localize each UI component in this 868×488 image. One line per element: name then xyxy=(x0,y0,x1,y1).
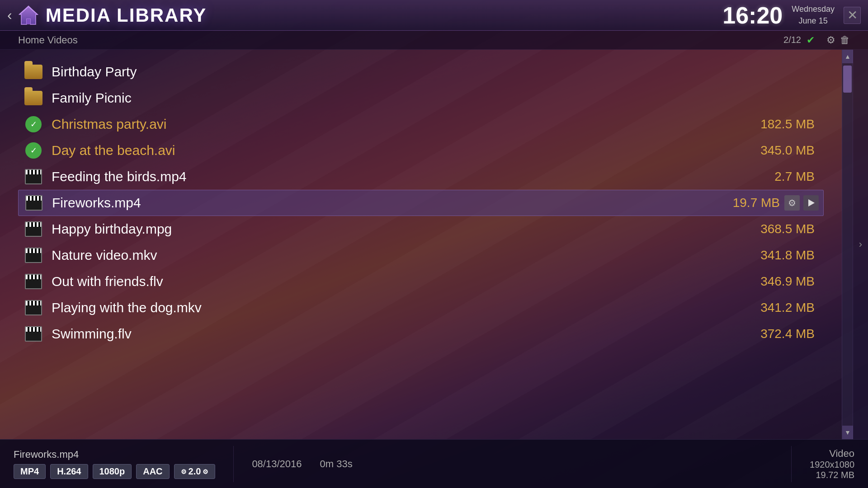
file-list: Birthday Party Family Picnic ✓ Christmas… xyxy=(0,50,842,439)
list-item[interactable]: Swimming.flv 372.4 MB xyxy=(18,321,824,347)
list-item[interactable]: Nature video.mkv 341.8 MB xyxy=(18,242,824,268)
divider xyxy=(791,446,792,482)
channels-tag: ⚙ 2.0 ⚙ xyxy=(174,464,216,479)
list-item[interactable]: Out with friends.flv 346.9 MB xyxy=(18,268,824,295)
date-display: Wednesday June 15 xyxy=(792,4,835,26)
right-arrow-button[interactable]: › xyxy=(853,50,868,439)
video-file-icon xyxy=(23,220,44,238)
list-item[interactable]: Family Picnic xyxy=(18,85,824,111)
subheader: Home Videos 2/12 ✔ ⚙ 🗑 xyxy=(0,31,868,50)
scrollbar-thumb[interactable] xyxy=(843,66,852,93)
quality-tag: 1080p xyxy=(93,464,132,479)
list-item[interactable]: Fireworks.mp4 19.7 MB ⚙ xyxy=(18,190,824,216)
item-size: 341.8 MB xyxy=(760,248,815,263)
video-file-icon xyxy=(23,168,44,186)
item-name: Christmas party.avi xyxy=(52,117,760,132)
file-details: Video 868x488 19.72 MB xyxy=(810,448,854,480)
header: ‹ MEDIA LIBRARY 16:20 Wednesday June 15 xyxy=(0,0,868,31)
file-resolution: 868x488 xyxy=(810,460,854,470)
list-item[interactable]: ✓ Day at the beach.avi 345.0 MB xyxy=(18,137,824,164)
main-content: Birthday Party Family Picnic ✓ Christmas… xyxy=(0,50,868,439)
item-name: Playing with the dog.mkv xyxy=(52,300,760,315)
folder-icon xyxy=(23,89,44,107)
video-file-icon xyxy=(23,194,45,212)
page-title: MEDIA LIBRARY xyxy=(46,5,723,26)
trash-icon[interactable]: 🗑 xyxy=(840,34,850,46)
folder-icon xyxy=(23,63,44,81)
list-item[interactable]: Playing with the dog.mkv 341.2 MB xyxy=(18,295,824,321)
scroll-up-button[interactable]: ▲ xyxy=(842,50,853,63)
clock: 16:20 xyxy=(722,2,783,29)
file-size-detail: 19.72 MB xyxy=(810,470,854,480)
watched-icon: ✓ xyxy=(23,141,44,160)
item-name: Feeding the birds.mp4 xyxy=(52,169,774,184)
item-name: Birthday Party xyxy=(52,64,819,80)
item-size: 372.4 MB xyxy=(760,327,815,341)
item-name: Happy birthday.mpg xyxy=(52,221,760,237)
item-size: 345.0 MB xyxy=(760,143,815,158)
svg-rect-1 xyxy=(27,19,30,24)
list-item[interactable]: ✓ Christmas party.avi 182.5 MB xyxy=(18,111,824,137)
item-size: 368.5 MB xyxy=(760,222,815,236)
video-file-icon xyxy=(23,246,44,264)
item-size: 2.7 MB xyxy=(774,169,815,184)
app-icon xyxy=(17,4,40,27)
divider xyxy=(233,446,234,482)
item-name: Out with friends.flv xyxy=(52,274,760,289)
scrollbar[interactable]: ▲ ▼ xyxy=(842,50,853,439)
video-file-icon xyxy=(23,299,44,317)
list-item[interactable]: Happy birthday.mpg 368.5 MB xyxy=(18,216,824,242)
codec-tag: H.264 xyxy=(50,464,88,479)
item-name: Nature video.mkv xyxy=(52,248,760,263)
item-size: 19.7 MB xyxy=(733,196,780,210)
svg-marker-3 xyxy=(808,199,815,206)
selected-filename: Fireworks.mp4 MP4 H.264 1080p AAC ⚙ 2.0 … xyxy=(14,449,215,479)
check-icon: ✔ xyxy=(807,34,815,46)
file-metadata: 08/13/2016 0m 33s xyxy=(252,458,773,470)
item-size: 346.9 MB xyxy=(760,274,815,289)
video-file-icon xyxy=(23,272,44,291)
item-size: 182.5 MB xyxy=(760,117,815,131)
watched-icon: ✓ xyxy=(23,115,44,133)
item-settings-button[interactable]: ⚙ xyxy=(784,195,800,211)
file-tags: MP4 H.264 1080p AAC ⚙ 2.0 ⚙ xyxy=(14,464,215,479)
format-tag: MP4 xyxy=(14,464,46,479)
item-name: Day at the beach.avi xyxy=(52,143,760,158)
close-button[interactable]: ✕ xyxy=(844,7,861,24)
audio-tag: AAC xyxy=(136,464,169,479)
video-file-icon xyxy=(23,325,44,343)
item-name: Family Picnic xyxy=(52,90,819,106)
file-duration: 0m 33s xyxy=(320,458,352,470)
file-type: Video xyxy=(810,448,854,460)
library-title: Home Videos xyxy=(18,34,783,46)
item-name: Fireworks.mp4 xyxy=(52,195,733,211)
item-size: 341.2 MB xyxy=(760,300,815,315)
settings-icon[interactable]: ⚙ xyxy=(826,34,835,46)
bottom-panel: Fireworks.mp4 MP4 H.264 1080p AAC ⚙ 2.0 … xyxy=(0,439,868,488)
item-play-button[interactable] xyxy=(803,195,819,211)
scroll-down-button[interactable]: ▼ xyxy=(842,426,853,439)
item-actions: ⚙ xyxy=(784,195,819,211)
back-button[interactable]: ‹ xyxy=(7,7,12,23)
item-name: Swimming.flv xyxy=(52,326,760,342)
list-item[interactable]: Feeding the birds.mp4 2.7 MB xyxy=(18,164,824,190)
list-item[interactable]: Birthday Party xyxy=(18,59,824,85)
file-date: 08/13/2016 xyxy=(252,458,302,470)
item-count: 2/12 xyxy=(783,35,801,45)
